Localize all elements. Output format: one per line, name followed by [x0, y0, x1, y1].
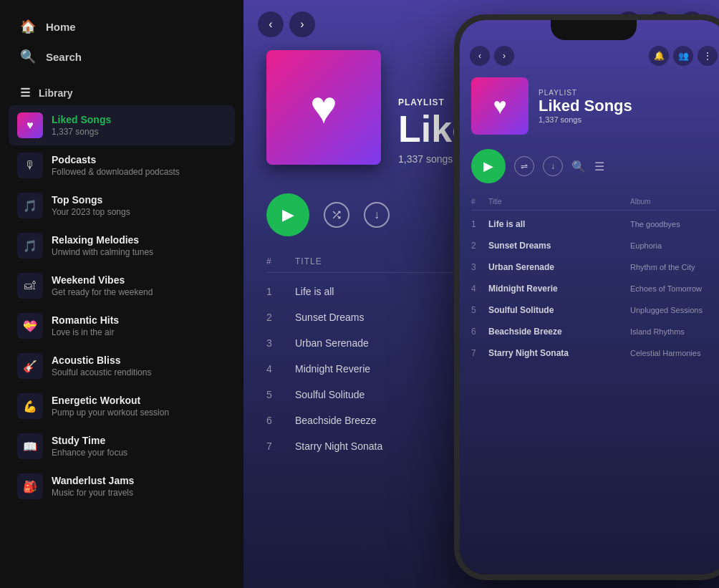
phone-group-button[interactable]: 👥: [673, 46, 693, 66]
relaxing-subtitle: Unwind with calming tunes: [52, 247, 153, 257]
col-header-num: #: [266, 256, 295, 266]
track-num: 2: [471, 241, 488, 251]
relaxing-icon: 🎵: [17, 233, 43, 259]
track-title: Starry Night Sonata: [488, 348, 630, 358]
library-label: Library: [39, 87, 72, 99]
phone-bell-button[interactable]: 🔔: [649, 46, 669, 66]
list-item-study[interactable]: 📖 Study Time Enhance your focus: [9, 426, 235, 466]
list-item-top-songs[interactable]: 🎵 Top Songs Your 2023 top songs: [9, 185, 235, 226]
phone-heart-icon: ♥: [493, 93, 507, 120]
track-album: Rhythm of the City: [630, 263, 716, 271]
track-album: Island Rhythms: [630, 327, 716, 336]
list-item[interactable]: 5 Soulful Solitude Unplugged Sessions: [471, 299, 716, 321]
phone-playlist-info: Playlist Liked Songs 1,337 songs: [539, 89, 632, 124]
phone-actions: 🔔 👥 ⋮: [649, 46, 718, 66]
romantic-text: Romantic Hits Love is in the air: [52, 314, 119, 337]
track-number: 6: [266, 415, 295, 426]
phone-col-title: Title: [488, 198, 630, 206]
acoustic-text: Acoustic Bliss Soulful acoustic renditio…: [52, 355, 151, 377]
phone-playlist-meta: 1,337 songs: [539, 115, 632, 124]
back-button[interactable]: ‹: [258, 11, 284, 37]
list-item-energetic[interactable]: 💪 Energetic Workout Pump up your workout…: [9, 386, 235, 426]
track-num: 7: [471, 348, 488, 358]
liked-songs-icon: ♥: [17, 112, 43, 138]
phone-playlist-header: ♥ Playlist Liked Songs 1,337 songs: [460, 72, 719, 143]
wanderlust-subtitle: Music for your travels: [52, 488, 134, 498]
phone-play-button[interactable]: ▶: [471, 149, 506, 183]
shuffle-button[interactable]: [324, 202, 349, 228]
study-subtitle: Enhance your focus: [52, 448, 127, 458]
list-item[interactable]: 4 Midnight Reverie Echoes of Tomorrow: [471, 278, 716, 299]
phone-cover: ♥: [471, 77, 529, 135]
list-item-relaxing[interactable]: 🎵 Relaxing Melodies Unwind with calming …: [9, 226, 235, 266]
download-button[interactable]: ↓: [364, 202, 390, 228]
phone-shuffle-button[interactable]: ⇌: [514, 156, 534, 176]
phone-forward-button[interactable]: ›: [494, 46, 514, 66]
weekend-text: Weekend Vibes Get ready for the weekend: [52, 274, 153, 297]
weekend-icon: 🛋: [17, 273, 43, 299]
list-item-acoustic[interactable]: 🎸 Acoustic Bliss Soulful acoustic rendit…: [9, 346, 235, 386]
list-item[interactable]: 3 Urban Serenade Rhythm of the City: [471, 256, 716, 278]
track-title: Beachside Breeze: [488, 327, 630, 337]
list-item[interactable]: 2 Sunset Dreams Euphoria: [471, 235, 716, 256]
sidebar-nav-search-label: Search: [46, 51, 82, 63]
study-title: Study Time: [52, 435, 127, 446]
podcasts-subtitle: Followed & downloaded podcasts: [52, 167, 180, 177]
podcasts-title: Podcasts: [52, 154, 180, 165]
list-item[interactable]: 1 Life is all The goodbyes: [471, 213, 716, 235]
list-item-podcasts[interactable]: 🎙 Podcasts Followed & downloaded podcast…: [9, 145, 235, 185]
phone-notch: [551, 20, 637, 40]
forward-button[interactable]: ›: [289, 11, 315, 37]
track-num: 3: [471, 262, 488, 272]
library-header: ☰ Library: [0, 77, 243, 105]
home-icon: 🏠: [20, 19, 36, 34]
phone-back-button[interactable]: ‹: [470, 46, 490, 66]
phone-download-button[interactable]: ↓: [543, 156, 563, 176]
podcasts-text: Podcasts Followed & downloaded podcasts: [52, 154, 180, 177]
liked-songs-subtitle: 1,337 songs: [52, 127, 111, 137]
track-num: 5: [471, 305, 488, 315]
study-icon: 📖: [17, 433, 43, 459]
list-item-wanderlust[interactable]: 🎒 Wanderlust Jams Music for your travels: [9, 466, 235, 506]
track-num: 1: [471, 219, 488, 229]
weekend-title: Weekend Vibes: [52, 274, 153, 286]
relaxing-text: Relaxing Melodies Unwind with calming tu…: [52, 234, 153, 257]
phone-tracklist: # Title Album 1 Life is all The goodbyes…: [460, 193, 719, 574]
liked-songs-title: Liked Songs: [52, 114, 111, 125]
play-button[interactable]: ▶: [266, 193, 309, 236]
phone-nav: ‹ ›: [470, 46, 514, 66]
track-num: 6: [471, 327, 488, 337]
phone-playlist-type: Playlist: [539, 89, 632, 97]
weekend-subtitle: Get ready for the weekend: [52, 287, 153, 297]
track-number: 2: [266, 312, 295, 323]
track-album: The goodbyes: [630, 220, 716, 228]
list-item-weekend[interactable]: 🛋 Weekend Vibes Get ready for the weeken…: [9, 266, 235, 306]
track-number: 4: [266, 363, 295, 375]
sidebar-item-home[interactable]: 🏠 Home: [14, 11, 229, 42]
relaxing-title: Relaxing Melodies: [52, 234, 153, 246]
track-album: Celestial Harmonies: [630, 349, 716, 357]
acoustic-subtitle: Soulful acoustic renditions: [52, 367, 151, 377]
phone-controls: ▶ ⇌ ↓ 🔍 ☰: [460, 143, 719, 193]
track-album: Unplugged Sessions: [630, 306, 716, 314]
romantic-title: Romantic Hits: [52, 314, 119, 326]
phone-more-button[interactable]: ⋮: [698, 46, 718, 66]
list-item-romantic[interactable]: 💝 Romantic Hits Love is in the air: [9, 306, 235, 346]
track-title: Urban Serenade: [488, 262, 630, 272]
energetic-title: Energetic Workout: [52, 395, 169, 406]
phone-search-button[interactable]: 🔍: [571, 160, 586, 173]
phone-list-button[interactable]: ☰: [594, 160, 604, 173]
sidebar-item-search[interactable]: 🔍 Search: [14, 42, 229, 72]
energetic-text: Energetic Workout Pump up your workout s…: [52, 395, 169, 418]
list-item[interactable]: 6 Beachside Breeze Island Rhythms: [471, 321, 716, 342]
list-item-liked-songs[interactable]: ♥ Liked Songs 1,337 songs: [9, 105, 235, 145]
sidebar-list: ♥ Liked Songs 1,337 songs 🎙 Podcasts Fol…: [0, 105, 243, 506]
search-icon: 🔍: [20, 49, 36, 64]
top-songs-title: Top Songs: [52, 194, 130, 206]
track-title: Life is all: [488, 219, 630, 229]
phone-screen: ‹ › 🔔 👥 ⋮ ♥ Playlist Liked Songs 1,337 s…: [460, 20, 719, 574]
cover-heart-icon: ♥: [310, 81, 337, 134]
list-item[interactable]: 7 Starry Night Sonata Celestial Harmonie…: [471, 342, 716, 364]
liked-songs-text: Liked Songs 1,337 songs: [52, 114, 111, 137]
track-number: 5: [266, 389, 295, 400]
